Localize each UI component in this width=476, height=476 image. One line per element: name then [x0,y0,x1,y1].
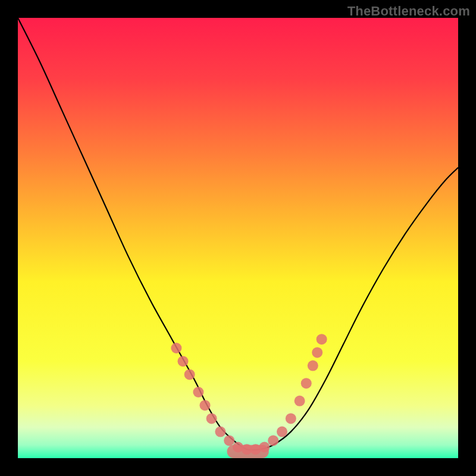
chart-background [18,18,458,458]
highlight-dot [295,396,305,406]
highlight-dot [224,435,234,446]
highlight-dot [268,435,278,446]
highlight-dot [215,427,226,437]
highlight-dot [317,334,327,345]
highlight-dot [206,413,217,424]
highlight-dot [178,356,189,367]
highlight-dot [184,369,195,380]
chart-frame [18,18,458,458]
highlight-dot [286,413,296,424]
highlight-dot [200,400,211,411]
bottleneck-chart [18,18,458,458]
highlight-dot [277,427,287,437]
highlight-dot [308,361,318,371]
bottom-band [227,445,269,458]
highlight-dot [171,343,181,353]
highlight-dot [312,347,322,358]
watermark-text: TheBottleneck.com [347,4,470,19]
highlight-dot [301,378,312,389]
highlight-dot [193,387,203,397]
